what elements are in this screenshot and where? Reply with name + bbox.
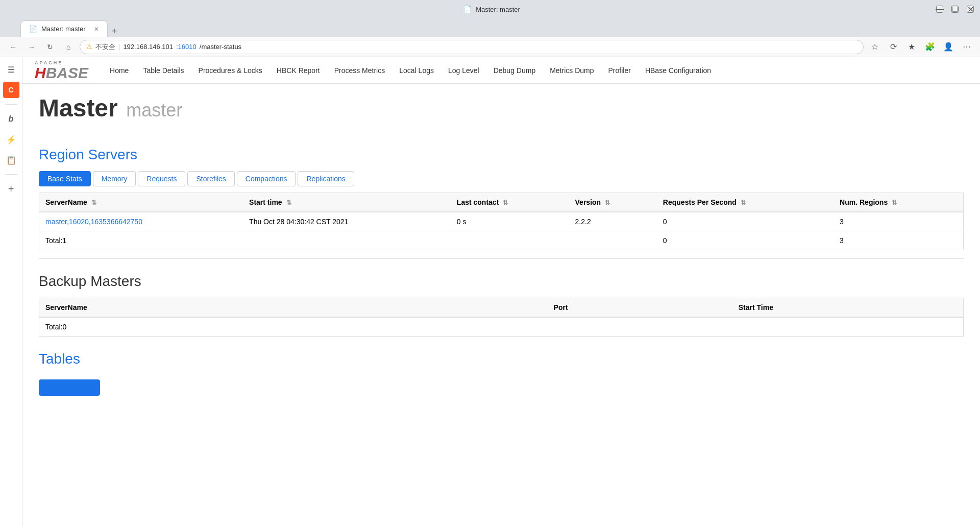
nav-bar: APACHE HBASE Home Table Details Procedur… bbox=[22, 57, 980, 84]
nav-link-profiler[interactable]: Profiler bbox=[601, 57, 638, 84]
url-bar[interactable]: ⚠ 不安全 | 192.168.146.101 :16010 /master-s… bbox=[80, 40, 864, 54]
total-num-regions: 3 bbox=[834, 231, 963, 250]
url-path: /master-status bbox=[200, 43, 241, 51]
total-version bbox=[569, 231, 657, 250]
region-servers-section: Region Servers Base Stats Memory Request… bbox=[39, 147, 964, 250]
backup-masters-title: Backup Masters bbox=[39, 273, 964, 290]
tab-compactions[interactable]: Compactions bbox=[237, 171, 296, 186]
total-label: Total:1 bbox=[39, 231, 243, 250]
sort-icon-last-contact: ⇅ bbox=[503, 199, 508, 206]
url-separator: | bbox=[118, 43, 120, 51]
main-layout: ☰ C b ⚡ 📋 + APACHE HBASE Home Table Deta… bbox=[0, 57, 980, 526]
table-row: master,16020,1635366642750 Thu Oct 28 04… bbox=[39, 212, 964, 231]
nav-link-table-details[interactable]: Table Details bbox=[136, 57, 191, 84]
backup-masters-section: Backup Masters ServerName Port Start Tim… bbox=[39, 273, 964, 337]
sidebar-divider-2 bbox=[5, 174, 17, 175]
back-button[interactable]: ← bbox=[6, 40, 20, 54]
total-rps: 0 bbox=[657, 231, 834, 250]
backup-col-server-name: ServerName bbox=[39, 298, 548, 318]
backup-masters-table: ServerName Port Start Time Total:0 bbox=[39, 298, 964, 337]
nav-link-home[interactable]: Home bbox=[103, 57, 136, 84]
col-start-time[interactable]: Start time ⇅ bbox=[243, 193, 451, 212]
nav-link-procedures-locks[interactable]: Procedures & Locks bbox=[191, 57, 270, 84]
address-bar: ← → ↻ ⌂ ⚠ 不安全 | 192.168.146.101 :16010 /… bbox=[0, 37, 980, 57]
forward-button[interactable]: → bbox=[24, 40, 39, 54]
backup-total-row: Total:0 bbox=[39, 317, 964, 337]
tab-title-text: Master: master bbox=[41, 25, 86, 33]
nav-link-log-level[interactable]: Log Level bbox=[441, 57, 486, 84]
sort-icon-num-regions: ⇅ bbox=[892, 199, 897, 206]
tab-label: Master: master bbox=[476, 6, 520, 13]
col-last-contact[interactable]: Last contact ⇅ bbox=[451, 193, 569, 212]
cell-requests-per-second: 0 bbox=[657, 212, 834, 231]
region-servers-title: Region Servers bbox=[39, 147, 964, 163]
extensions-icon[interactable]: 🧩 bbox=[923, 40, 937, 54]
new-tab-button[interactable]: + bbox=[112, 26, 117, 37]
sidebar-c-button[interactable]: C bbox=[3, 82, 19, 98]
nav-link-metrics-dump[interactable]: Metrics Dump bbox=[543, 57, 601, 84]
col-server-name[interactable]: ServerName ⇅ bbox=[39, 193, 243, 212]
tab-close-icon[interactable]: ✕ bbox=[94, 26, 99, 33]
bookmark-icon[interactable]: ★ bbox=[904, 40, 919, 54]
col-requests-per-second[interactable]: Requests Per Second ⇅ bbox=[657, 193, 834, 212]
tab-storefiles[interactable]: Storefiles bbox=[187, 171, 234, 186]
col-version[interactable]: Version ⇅ bbox=[569, 193, 657, 212]
server-name-link[interactable]: master,16020,1635366642750 bbox=[45, 218, 142, 226]
backup-col-start-time: Start Time bbox=[732, 298, 964, 318]
security-warning-icon: ⚠ bbox=[86, 43, 92, 51]
tables-tab-button[interactable] bbox=[39, 379, 100, 396]
tab-replications[interactable]: Replications bbox=[298, 171, 354, 186]
nav-link-debug-dump[interactable]: Debug Dump bbox=[486, 57, 543, 84]
tab-requests[interactable]: Requests bbox=[138, 171, 185, 186]
cell-version: 2.2.2 bbox=[569, 212, 657, 231]
total-start-time bbox=[243, 231, 451, 250]
cell-num-regions: 3 bbox=[834, 212, 963, 231]
title-bar: 📄 Master: master — □ ✕ bbox=[0, 0, 980, 18]
nav-link-hbase-config[interactable]: HBase Configuration bbox=[638, 57, 718, 84]
table-header-row: ServerName ⇅ Start time ⇅ Last contact ⇅ bbox=[39, 193, 964, 212]
tab-icon: 📄 bbox=[463, 5, 472, 13]
col-num-regions[interactable]: Num. Regions ⇅ bbox=[834, 193, 963, 212]
tab-memory[interactable]: Memory bbox=[93, 171, 136, 186]
close-button[interactable]: ✕ bbox=[967, 6, 974, 13]
profile-icon[interactable]: 👤 bbox=[941, 40, 955, 54]
cell-start-time: Thu Oct 28 04:30:42 CST 2021 bbox=[243, 212, 451, 231]
sidebar: ☰ C b ⚡ 📋 + bbox=[0, 57, 22, 526]
minimize-button[interactable]: — bbox=[936, 6, 943, 13]
sidebar-clipboard-button[interactable]: 📋 bbox=[3, 152, 19, 168]
tab-title: 📄 Master: master bbox=[463, 5, 520, 13]
cell-server-name: master,16020,1635366642750 bbox=[39, 212, 243, 231]
nav-link-process-metrics[interactable]: Process Metrics bbox=[327, 57, 393, 84]
sidebar-add-button[interactable]: + bbox=[3, 181, 19, 197]
sidebar-menu-button[interactable]: ☰ bbox=[3, 61, 19, 78]
active-tab[interactable]: 📄 Master: master ✕ bbox=[20, 20, 108, 37]
sort-icon-rps: ⇅ bbox=[741, 199, 746, 206]
page-subtitle: master bbox=[126, 100, 182, 121]
sidebar-b-button[interactable]: b bbox=[3, 111, 19, 127]
nav-link-hbck-report[interactable]: HBCK Report bbox=[270, 57, 327, 84]
tab-favicon: 📄 bbox=[29, 25, 37, 33]
region-servers-table: ServerName ⇅ Start time ⇅ Last contact ⇅ bbox=[39, 193, 964, 250]
browser-action-buttons: ☆ ⟳ ★ 🧩 👤 ⋯ bbox=[868, 40, 974, 54]
content-area: Master master Region Servers Base Stats … bbox=[22, 84, 980, 406]
region-servers-tabs: Base Stats Memory Requests Storefiles Co… bbox=[39, 171, 964, 186]
maximize-button[interactable]: □ bbox=[951, 6, 959, 13]
home-button[interactable]: ⌂ bbox=[61, 40, 76, 54]
settings-icon[interactable]: ⋯ bbox=[960, 40, 974, 54]
cell-last-contact: 0 s bbox=[451, 212, 569, 231]
sidebar-lightning-button[interactable]: ⚡ bbox=[3, 131, 19, 148]
tables-section: Tables bbox=[39, 351, 964, 396]
nav-link-local-logs[interactable]: Local Logs bbox=[392, 57, 441, 84]
favorites-star-icon[interactable]: ☆ bbox=[868, 40, 882, 54]
sort-icon-start-time: ⇅ bbox=[286, 199, 291, 206]
window-controls: — □ ✕ bbox=[936, 6, 974, 13]
browser-chrome: 📄 Master: master — □ ✕ 📄 Master: master … bbox=[0, 0, 980, 57]
sort-icon-server-name: ⇅ bbox=[91, 199, 96, 206]
page-title: Master bbox=[39, 94, 118, 122]
backup-total-port bbox=[548, 317, 732, 337]
url-host: 192.168.146.101 bbox=[123, 43, 173, 51]
collections-icon[interactable]: ⟳ bbox=[886, 40, 900, 54]
security-warning-label: 不安全 bbox=[95, 42, 115, 52]
reload-button[interactable]: ↻ bbox=[43, 40, 57, 54]
tab-base-stats[interactable]: Base Stats bbox=[39, 171, 91, 186]
